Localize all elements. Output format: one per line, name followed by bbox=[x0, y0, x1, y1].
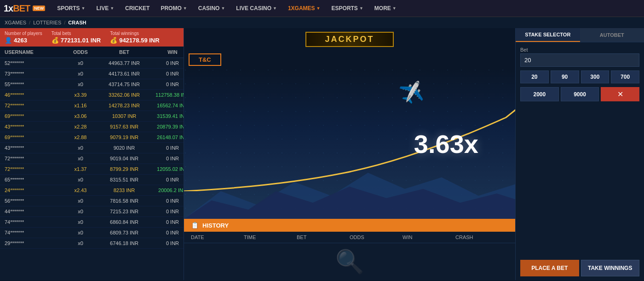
cell-odds: x0 bbox=[64, 230, 97, 235]
table-row: 69******* x2.88 9079.19 INR 26148.07 INR bbox=[0, 132, 184, 143]
tc-bar: T&C bbox=[184, 51, 515, 69]
multiplier-display: 3.63x bbox=[414, 129, 478, 159]
table-row: 55******* x0 43714.75 INR 0 INR bbox=[0, 79, 184, 90]
cell-username: 72******* bbox=[5, 156, 64, 161]
clear-button[interactable]: ✕ bbox=[601, 87, 639, 101]
cell-username: 74******* bbox=[5, 219, 64, 225]
nav-promo[interactable]: PROMO ▼ bbox=[156, 0, 191, 17]
center-panel: JACKPOT T&C bbox=[184, 28, 515, 280]
table-row: 43******* x2.28 9157.63 INR 20879.39 INR bbox=[0, 122, 184, 132]
logo[interactable]: 1xBET NEW bbox=[4, 3, 45, 14]
cell-bet: 8315.51 INR bbox=[97, 177, 152, 182]
tab-stake-selector[interactable]: STAKE SELECTOR bbox=[516, 28, 580, 42]
main-layout: Number of players 👤 4263 Total bets 💰 77… bbox=[0, 28, 644, 280]
table-row: 65******* x0 8315.51 INR 0 INR bbox=[0, 175, 184, 185]
quick-bets-row1: 20 90 300 700 bbox=[520, 70, 639, 83]
cell-odds: x0 bbox=[64, 219, 97, 225]
cell-odds: x2.43 bbox=[64, 187, 97, 193]
cell-bet: 9157.63 INR bbox=[97, 124, 152, 129]
cell-bet: 9019.04 INR bbox=[97, 156, 152, 161]
breadcrumb-xgames[interactable]: XGAMES bbox=[5, 20, 26, 25]
cell-bet: 44173.61 INR bbox=[97, 71, 152, 76]
cell-username: 46******* bbox=[5, 92, 64, 98]
nav-more[interactable]: MORE ▼ bbox=[370, 0, 401, 17]
breadcrumb-lotteries[interactable]: LOTTERIES bbox=[33, 20, 61, 25]
hist-col-bet: BET bbox=[297, 234, 350, 240]
stat-players: Number of players 👤 4263 bbox=[5, 31, 42, 44]
nav-sports[interactable]: SPORTS ▼ bbox=[52, 0, 90, 17]
cell-bet: 7215.23 INR bbox=[97, 209, 152, 214]
table-row: 29******* x0 6746.18 INR 0 INR bbox=[0, 238, 184, 249]
cell-odds: x0 bbox=[64, 60, 97, 66]
col-username: USERNAME bbox=[5, 49, 64, 55]
hist-col-time: TIME bbox=[244, 234, 297, 240]
cell-win: 0 INR bbox=[152, 71, 184, 76]
breadcrumb-sep2: / bbox=[64, 20, 65, 25]
history-icon: 📋 bbox=[191, 222, 199, 229]
table-row: 52******* x0 44963.77 INR 0 INR bbox=[0, 58, 184, 69]
stake-content: Bet 20 90 300 700 2000 9000 ✕ bbox=[516, 42, 644, 256]
hist-col-date: DATE bbox=[191, 234, 244, 240]
history-table-header: DATE TIME BET ODDS WIN CRASH bbox=[184, 232, 515, 243]
cell-odds: x3.06 bbox=[64, 113, 97, 119]
hist-col-win: WIN bbox=[402, 234, 455, 240]
table-row: 74******* x0 6860.84 INR 0 INR bbox=[0, 217, 184, 228]
cell-username: 72******* bbox=[5, 166, 64, 172]
table-row: 72******* x1.37 8799.29 INR 12055.02 INR bbox=[0, 164, 184, 175]
navbar: 1xBET NEW SPORTS ▼ LIVE ▼ CRICKET PROMO … bbox=[0, 0, 644, 17]
take-winnings-button[interactable]: TAKE WINNINGS bbox=[581, 260, 640, 276]
cell-win: 0 INR bbox=[152, 145, 184, 151]
cell-username: 24******* bbox=[5, 187, 64, 193]
tc-button[interactable]: T&C bbox=[189, 53, 221, 66]
cell-username: 73******* bbox=[5, 71, 64, 76]
table-row: 44******* x0 7215.23 INR 0 INR bbox=[0, 206, 184, 217]
nav-cricket[interactable]: CRICKET bbox=[121, 0, 154, 17]
cell-win: 20879.39 INR bbox=[152, 124, 184, 129]
cell-win: 31539.41 INR bbox=[152, 113, 184, 119]
table-row: 72******* x1.16 14278.23 INR 16562.74 IN… bbox=[0, 100, 184, 111]
tab-autobet[interactable]: AUTOBET bbox=[580, 28, 644, 42]
hist-col-odds: ODDS bbox=[350, 234, 402, 240]
col-bet: BET bbox=[97, 49, 152, 55]
cell-username: 55******* bbox=[5, 82, 64, 87]
cell-bet: 33262.06 INR bbox=[97, 92, 152, 98]
cell-username: 44******* bbox=[5, 209, 64, 214]
quick-bet-90[interactable]: 90 bbox=[551, 70, 579, 83]
cell-win: 0 INR bbox=[152, 156, 184, 161]
cell-bet: 44963.77 INR bbox=[97, 60, 152, 66]
breadcrumb-crash: CRASH bbox=[68, 20, 86, 25]
quick-bet-300[interactable]: 300 bbox=[581, 70, 610, 83]
nav-casino[interactable]: CASINO ▼ bbox=[194, 0, 230, 17]
nav-live-casino[interactable]: LIVE CASINO ▼ bbox=[231, 0, 282, 17]
nav-live[interactable]: LIVE ▼ bbox=[92, 0, 119, 17]
stat-total-bets: Total bets 💰 772131.01 INR bbox=[52, 31, 101, 44]
cell-win: 16562.74 INR bbox=[152, 103, 184, 108]
breadcrumb: XGAMES / LOTTERIES / CRASH bbox=[0, 17, 644, 28]
quick-bet-20[interactable]: 20 bbox=[520, 70, 549, 83]
cell-win: 20006.2 INR bbox=[152, 187, 184, 193]
cell-username: 29******* bbox=[5, 240, 64, 246]
nav-esports[interactable]: ESPORTS ▼ bbox=[327, 0, 368, 17]
bet-input[interactable] bbox=[520, 53, 639, 67]
action-buttons: PLACE A BET TAKE WINNINGS bbox=[516, 256, 644, 280]
cell-odds: x1.16 bbox=[64, 103, 97, 108]
quick-bet-2000[interactable]: 2000 bbox=[520, 87, 559, 101]
place-bet-button[interactable]: PLACE A BET bbox=[520, 260, 579, 276]
cell-win: 0 INR bbox=[152, 230, 184, 235]
nav-1xgames[interactable]: 1XGAMES ▼ bbox=[283, 0, 325, 17]
cell-bet: 8799.29 INR bbox=[97, 166, 152, 172]
cell-odds: x0 bbox=[64, 156, 97, 161]
history-body: 🔍 bbox=[184, 243, 515, 280]
table-row: 43******* x0 9020 INR 0 INR bbox=[0, 143, 184, 153]
cell-odds: x1.37 bbox=[64, 166, 97, 172]
table-row: 24******* x2.43 8233 INR 20006.2 INR bbox=[0, 185, 184, 196]
cell-bet: 10307 INR bbox=[97, 113, 152, 119]
quick-bet-9000[interactable]: 9000 bbox=[561, 87, 599, 101]
cell-username: 69******* bbox=[5, 135, 64, 140]
logo-new-badge: NEW bbox=[33, 6, 45, 11]
cell-odds: x0 bbox=[64, 240, 97, 246]
history-title: HISTORY bbox=[202, 222, 229, 229]
quick-bet-700[interactable]: 700 bbox=[611, 70, 639, 83]
cell-odds: x0 bbox=[64, 177, 97, 182]
table-row: 69******* x3.06 10307 INR 31539.41 INR bbox=[0, 111, 184, 122]
